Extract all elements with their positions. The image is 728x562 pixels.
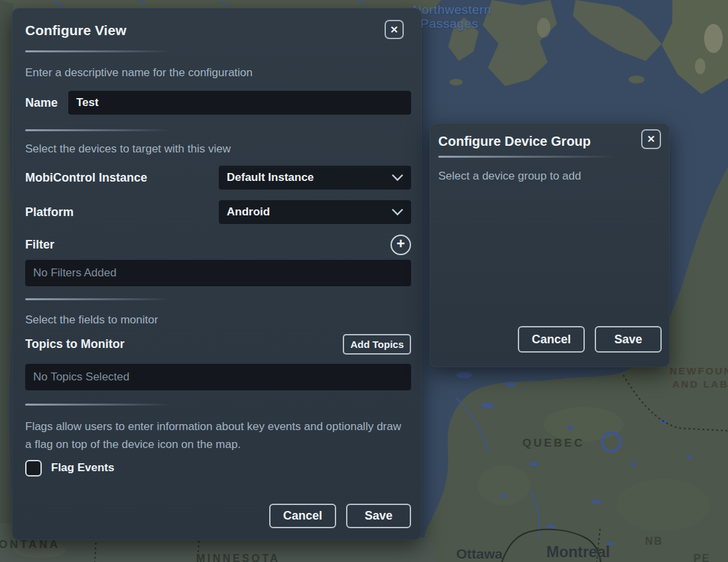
name-section-description: Enter a descriptive name for the configu…: [25, 66, 253, 80]
flag-events-label: Flag Events: [51, 461, 114, 475]
configure-view-dialog: Configure View ✕ Enter a descriptive nam…: [12, 8, 422, 540]
close-icon: ✕: [390, 24, 398, 36]
add-topics-button[interactable]: Add Topics: [343, 334, 411, 355]
filter-list[interactable]: No Filters Added: [25, 260, 411, 286]
flags-description: Flags allow users to enter information a…: [25, 418, 404, 453]
section-divider: [25, 404, 171, 406]
section-divider: [438, 156, 616, 158]
filter-placeholder: No Filters Added: [33, 266, 117, 280]
save-button[interactable]: Save: [346, 504, 411, 528]
platform-dropdown[interactable]: Android: [219, 200, 411, 224]
device-group-description: Select a device group to add: [438, 170, 581, 183]
cancel-button[interactable]: Cancel: [518, 326, 585, 353]
flag-events-checkbox[interactable]: [25, 460, 42, 477]
close-icon: ✕: [647, 133, 656, 145]
dialog-title: Configure Device Group: [438, 134, 591, 149]
name-input[interactable]: [68, 91, 411, 115]
filter-row: Filter +: [25, 234, 411, 255]
topics-placeholder: No Topics Selected: [33, 370, 129, 384]
platform-label: Platform: [25, 205, 74, 219]
close-button[interactable]: ✕: [385, 20, 404, 39]
name-row: Name: [25, 91, 411, 115]
platform-value: Android: [227, 205, 270, 219]
section-divider: [25, 298, 171, 300]
platform-row: Platform Android: [25, 200, 411, 224]
filter-label: Filter: [25, 238, 54, 252]
topics-row: Topics to Monitor Add Topics: [25, 334, 411, 355]
chevron-down-icon: [392, 174, 403, 182]
topics-label: Topics to Monitor: [25, 337, 125, 351]
fields-section-description: Select the fields to monitor: [25, 313, 158, 327]
save-button[interactable]: Save: [595, 326, 662, 353]
plus-icon: +: [396, 237, 405, 251]
close-button[interactable]: ✕: [641, 129, 661, 149]
flag-events-row: Flag Events: [25, 459, 411, 477]
instance-row: MobiControl Instance Default Instance: [25, 166, 411, 190]
configure-device-group-dialog: Configure Device Group ✕ Select a device…: [430, 123, 670, 367]
cancel-button[interactable]: Cancel: [269, 504, 336, 528]
dialog-actions: Cancel Save: [438, 326, 662, 353]
add-filter-button[interactable]: +: [391, 235, 411, 255]
dialog-actions: Cancel Save: [25, 504, 411, 528]
topics-list[interactable]: No Topics Selected: [25, 364, 411, 390]
section-divider: [25, 129, 171, 131]
instance-dropdown[interactable]: Default Instance: [219, 166, 411, 190]
chevron-down-icon: [392, 209, 403, 216]
dialog-title: Configure View: [25, 23, 126, 38]
instance-label: MobiControl Instance: [25, 171, 147, 185]
devices-section-description: Select the devices to target with this v…: [25, 142, 231, 156]
section-divider: [25, 50, 171, 52]
name-label: Name: [25, 96, 68, 110]
instance-value: Default Instance: [227, 171, 314, 184]
